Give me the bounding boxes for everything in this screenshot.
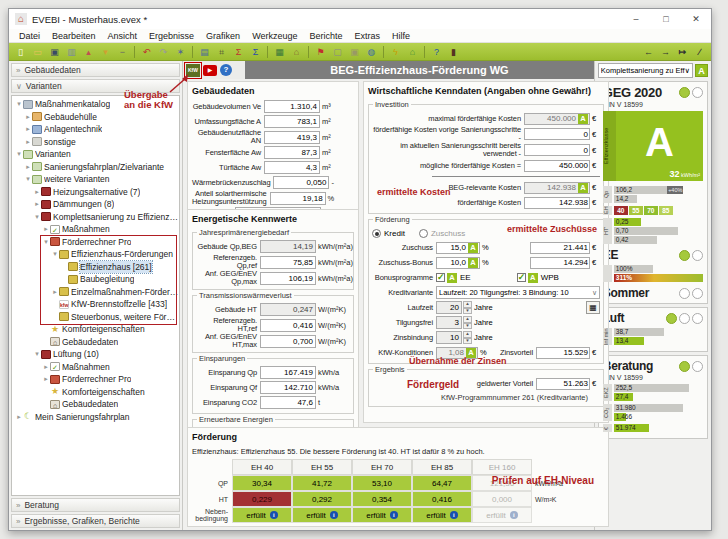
save-icon[interactable]: ▣ — [47, 45, 62, 59]
tree-expander-icon[interactable]: ▾ — [33, 348, 41, 361]
field-input[interactable]: 1.310,4 — [264, 100, 320, 113]
close-button[interactable]: ✕ — [681, 9, 711, 29]
tree-item[interactable]: ▸Gebäudehülle — [12, 111, 179, 124]
panel-icon[interactable]: ▢ — [330, 45, 345, 59]
report-icon[interactable]: ▤ — [197, 45, 212, 59]
info-icon[interactable]: i — [270, 511, 278, 519]
field-input[interactable]: 4,3 — [264, 161, 320, 174]
info-icon[interactable]: i — [450, 511, 458, 519]
tree-item[interactable]: kfwKfW-Brennstoffzelle [433] — [12, 298, 179, 311]
forward-icon[interactable]: → — [658, 45, 673, 59]
spin-down-icon[interactable]: ▼ — [463, 308, 472, 315]
exit-icon[interactable]: ▮ — [446, 45, 461, 59]
tree-item[interactable]: ▾weitere Varianten — [12, 173, 179, 186]
help-icon[interactable]: ? — [220, 64, 232, 76]
menu-extras[interactable]: Extras — [349, 31, 387, 41]
tree-expander-icon[interactable]: ▸ — [33, 198, 41, 211]
flag-icon[interactable]: ⚑ — [313, 45, 328, 59]
back-icon[interactable]: ← — [641, 45, 656, 59]
tree-item[interactable]: ▸✓Maßnahmen — [12, 361, 179, 374]
tree-item[interactable]: ★Komforteigenschaften — [12, 386, 179, 399]
accordion-beratung[interactable]: » Beratung — [11, 498, 180, 512]
checkbox-wpb[interactable] — [517, 273, 526, 282]
tree-item[interactable]: ▸Förderrechner Pro — [12, 373, 179, 386]
tree-expander-icon[interactable]: ▾ — [24, 173, 32, 186]
tree-item[interactable]: ▸Heizungsalternative (7) — [12, 186, 179, 199]
bonus-pct-input[interactable]: 10,0 A — [436, 257, 480, 269]
minimize-button[interactable]: – — [621, 9, 651, 29]
spin-down-icon[interactable]: ▼ — [463, 338, 472, 345]
field-input[interactable]: 0,247 — [260, 303, 316, 316]
copy-icon[interactable]: ▥ — [64, 45, 79, 59]
tree-item[interactable]: ▸Einzelmaßnahmen-Förderungen — [12, 286, 179, 299]
field-input[interactable]: 106,19 — [260, 272, 316, 285]
tree-expander-icon[interactable]: ▸ — [24, 136, 32, 149]
menu-ansicht[interactable]: Ansicht — [102, 31, 144, 41]
edit-icon[interactable]: ∕ — [692, 45, 707, 59]
open-folder-icon[interactable]: ▭ — [30, 45, 45, 59]
investition-value-field[interactable]: 450.000 — [524, 160, 590, 172]
investition-value-field[interactable]: 450.000A — [524, 113, 590, 125]
investition-value-field[interactable]: 0 — [524, 144, 590, 156]
zinsbindung-input[interactable]: 10 — [436, 331, 462, 344]
tree-expander-icon[interactable]: ▾ — [33, 211, 41, 224]
calculator-button[interactable]: ▦ — [586, 301, 600, 314]
menu-ergebnisse[interactable]: Ergebnisse — [143, 31, 200, 41]
field-input[interactable]: 14,19 — [260, 240, 316, 253]
tree-expander-icon[interactable]: ▸ — [15, 411, 23, 424]
spinner-arrows-icon[interactable]: ▲▼ — [463, 331, 472, 344]
tree-item[interactable]: ▸Dämmungen (8) — [12, 198, 179, 211]
tree-expander-icon[interactable]: ▸ — [42, 361, 50, 374]
tree-item[interactable]: ▸✓Maßnahmen — [12, 223, 179, 236]
accordion-gebaeudedaten[interactable]: » Gebäudedaten — [11, 63, 180, 77]
accordion-ergebnisse[interactable]: » Ergebnisse, Grafiken, Berichte — [11, 514, 180, 528]
tree-item[interactable]: ▾Effizienzhaus-Förderungen — [12, 248, 179, 261]
tree-item[interactable]: ▸Anlagentechnik — [12, 123, 179, 136]
wizard-icon[interactable]: ✶ — [173, 45, 188, 59]
field-input[interactable]: 19,18 — [270, 192, 326, 205]
tree-expander-icon[interactable]: ▸ — [42, 223, 50, 236]
tree-item[interactable]: Steuerbonus, weitere Förderungen — [12, 311, 179, 324]
tree-expander-icon[interactable]: ▸ — [42, 373, 50, 386]
remove-icon[interactable]: − — [115, 45, 130, 59]
tree-expander-icon[interactable]: ▾ — [51, 248, 59, 261]
tree-item[interactable]: ▾Förderrechner Pro — [12, 236, 179, 249]
investition-value-field[interactable]: 0 — [524, 128, 590, 140]
menu-bearbeiten[interactable]: Bearbeiten — [46, 31, 102, 41]
menu-hilfe[interactable]: Hilfe — [386, 31, 416, 41]
field-input[interactable]: 87,3 — [264, 146, 320, 159]
menu-grafiken[interactable]: Grafiken — [200, 31, 246, 41]
variant-dropdown[interactable]: Komplettsanierung zu Eff ∨ — [598, 63, 693, 78]
menu-werkzeuge[interactable]: Werkzeuge — [246, 31, 303, 41]
field-input[interactable]: 0,050 — [273, 176, 329, 189]
menu-berichte[interactable]: Berichte — [303, 31, 348, 41]
undo-icon[interactable]: ↶ — [139, 45, 154, 59]
tree-expander-icon[interactable]: ▸ — [24, 123, 32, 136]
field-input[interactable]: 419,3 — [264, 131, 320, 144]
zinsvorteil-field[interactable]: 15.529 — [536, 347, 590, 359]
tree-item[interactable]: Baubegleitung — [12, 273, 179, 286]
spinner-arrows-icon[interactable]: ▲▼ — [463, 316, 472, 329]
sum-blue-icon[interactable]: Σ — [248, 45, 263, 59]
investition-value-field[interactable]: 142.938 — [524, 197, 590, 209]
last-icon[interactable]: ↦ — [675, 45, 690, 59]
field-input[interactable]: 0,416 — [260, 319, 316, 332]
new-file-icon[interactable]: ▯ — [13, 45, 28, 59]
zuschuss-pct-input[interactable]: 15,0 A — [436, 242, 480, 254]
field-input[interactable]: 75,85 — [260, 256, 316, 269]
bolt-icon[interactable]: ϟ — [388, 45, 403, 59]
spin-down-icon[interactable]: ▼ — [463, 323, 472, 330]
tree-item[interactable]: ▾Komplettsanierung zu Effizienzhaus (9) — [12, 211, 179, 224]
tree-expander-icon[interactable]: ▾ — [15, 98, 23, 111]
export-icon[interactable]: ▴ — [81, 45, 96, 59]
maximize-button[interactable]: □ — [651, 9, 681, 29]
bonus-amount-field[interactable]: 14.294 — [530, 257, 590, 269]
field-input[interactable]: 783,1 — [264, 115, 320, 128]
laufzeit-input[interactable]: 20 — [436, 301, 462, 314]
tree-expander-icon[interactable]: ▸ — [51, 286, 59, 299]
geldwerter-vorteil-field[interactable]: 51.263 — [536, 378, 590, 390]
tree-item[interactable]: ⌂Gebäudedaten — [12, 398, 179, 411]
kreditvariante-select[interactable]: Laufzeit: 20 Tilgungsfrei: 3 Bindung: 10… — [436, 286, 600, 299]
tree-item[interactable]: ⌂Gebäudedaten — [12, 336, 179, 349]
tree-expander-icon[interactable]: ▸ — [24, 111, 32, 124]
